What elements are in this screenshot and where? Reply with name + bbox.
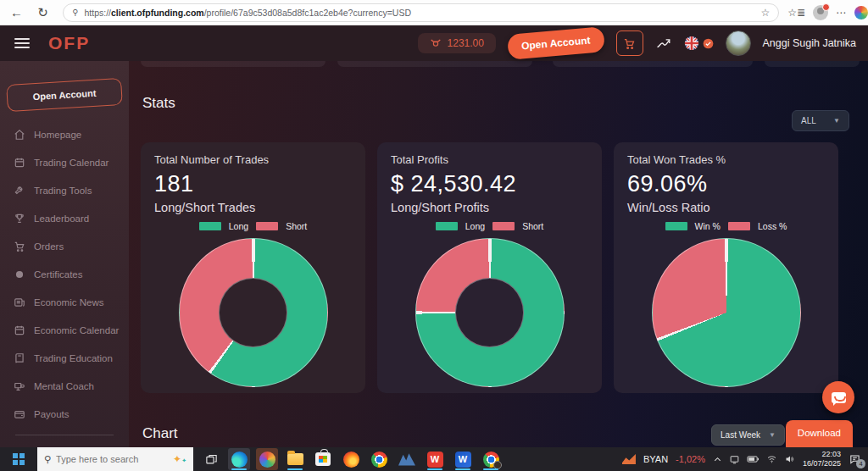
long-short-profits-donut-chart — [415, 238, 565, 387]
app-header: OFP 1231.00 Open Account Anggi Sugih Jat… — [0, 25, 868, 61]
taskbar-chrome-button[interactable] — [368, 448, 390, 470]
verified-check-icon — [703, 38, 714, 49]
stock-widget-icon[interactable] — [622, 454, 636, 464]
search-icon: ⚲ — [44, 454, 51, 465]
folder-icon — [287, 453, 303, 465]
chevron-down-icon: ▼ — [769, 431, 776, 439]
sidebar-item-economic-calendar[interactable]: Economic Calendar — [14, 316, 129, 344]
sidebar-item-mental-coach[interactable]: Mental Coach — [14, 372, 129, 400]
browser-actions: ☆≣ ⋯ — [787, 5, 868, 20]
legend-swatch-win — [665, 222, 687, 230]
coach-icon — [14, 380, 25, 392]
task-view-icon — [205, 453, 218, 466]
user-avatar[interactable] — [726, 30, 751, 56]
sidebar-item-trading-calendar[interactable]: Trading Calendar — [14, 148, 129, 176]
sidebar-item-certificates[interactable]: Certificates — [14, 260, 129, 288]
home-icon — [14, 129, 25, 141]
legend-swatch-loss — [728, 222, 750, 230]
chat-widget-button[interactable] — [822, 381, 854, 413]
windows-logo-icon — [13, 453, 25, 465]
edge-icon — [231, 452, 248, 468]
book-icon — [14, 352, 25, 364]
sidebar-item-leaderboard[interactable]: Leaderboard — [14, 204, 129, 232]
sidebar-item-trading-tools[interactable]: Trading Tools — [14, 176, 129, 204]
uk-flag-icon — [684, 36, 699, 51]
chart-legend: Long Short — [391, 221, 588, 231]
browser-menu-icon[interactable]: ⋯ — [836, 7, 847, 19]
search-input[interactable] — [56, 454, 145, 464]
profile-badge — [493, 461, 502, 469]
reload-icon[interactable]: ↻ — [33, 2, 53, 24]
card-subtitle: Long/Short Profits — [391, 201, 588, 214]
chart-range-dropdown[interactable]: Last Week ▼ — [711, 424, 785, 446]
chart-legend: Long Short — [154, 221, 352, 231]
calendar-icon — [14, 324, 25, 336]
user-name[interactable]: Anggi Sugih Jatnika — [763, 37, 857, 49]
taskbar-edge-button[interactable] — [228, 448, 250, 470]
download-button[interactable]: Download — [786, 420, 853, 447]
browser-toolbar: ← ↻ ⚲ https://client.ofpfunding.com/prof… — [0, 0, 868, 25]
card-title: Total Number of Trades — [154, 153, 352, 166]
wifi-icon[interactable] — [766, 454, 777, 464]
sidebar-item-homepage[interactable]: Homepage — [14, 120, 129, 148]
store-icon — [315, 452, 331, 466]
language-selector[interactable] — [684, 36, 714, 51]
taskbar-trading-app-button[interactable] — [396, 448, 418, 470]
sidebar-item-trading-education[interactable]: Trading Education — [14, 344, 129, 372]
trending-button[interactable] — [655, 36, 672, 51]
pc-status-icon[interactable] — [729, 454, 740, 465]
word-icon: W — [455, 452, 471, 468]
bull-icon — [430, 37, 442, 49]
windows-taskbar: ⚲ ✦✦ W W BYAN -1,02% — [0, 447, 868, 471]
collections-icon[interactable]: ☆≣ — [787, 7, 805, 19]
taskbar-explorer-button[interactable] — [284, 448, 306, 470]
hamburger-menu-icon[interactable] — [14, 36, 30, 51]
ticker-change[interactable]: -1,02% — [676, 454, 705, 464]
firefox-icon — [343, 452, 359, 468]
browser-profile-avatar[interactable] — [813, 5, 828, 20]
legend-swatch-short — [492, 222, 515, 230]
scrolled-card-edge — [765, 61, 860, 67]
taskbar-store-button[interactable] — [312, 448, 334, 470]
wps-icon: W — [427, 452, 443, 468]
sidebar-item-economic-news[interactable]: Economic News — [14, 288, 129, 316]
stats-section-title: Stats — [142, 95, 175, 112]
copilot-icon — [259, 452, 275, 468]
sidebar-item-payouts[interactable]: Payouts — [14, 400, 129, 428]
battery-icon[interactable] — [747, 454, 760, 464]
start-button[interactable] — [0, 447, 37, 471]
balance-badge[interactable]: 1231.00 — [418, 33, 496, 53]
taskbar-firefox-button[interactable] — [340, 448, 362, 470]
clock[interactable]: 22:03 16/07/2025 — [803, 450, 841, 468]
bookmark-star-icon[interactable]: ☆ — [760, 7, 770, 19]
back-icon[interactable]: ← — [7, 2, 26, 24]
main-content: Stats ALL ▼ Total Number of Trades 181 L… — [129, 61, 868, 447]
taskbar-chrome-profile-button[interactable] — [480, 448, 502, 470]
chart-legend: Win % Loss % — [627, 221, 825, 231]
open-account-button[interactable]: Open Account — [507, 26, 605, 60]
news-icon — [14, 296, 25, 308]
copilot-icon[interactable] — [854, 6, 868, 19]
tray-expand-icon[interactable] — [713, 455, 722, 464]
address-bar[interactable]: ⚲ https://client.ofpfunding.com/profile/… — [63, 3, 779, 22]
trophy-icon — [14, 213, 25, 224]
mountain-app-icon — [398, 453, 415, 466]
notification-center-button[interactable]: 4 — [849, 453, 861, 465]
lock-icon: ⚲ — [72, 8, 78, 17]
volume-icon[interactable] — [784, 454, 795, 464]
sidebar-item-orders[interactable]: Orders — [14, 232, 129, 260]
legend-swatch-long — [199, 222, 221, 230]
stats-filter-dropdown[interactable]: ALL ▼ — [792, 110, 849, 131]
ticker-symbol[interactable]: BYAN — [643, 454, 668, 464]
sidebar-open-account-button[interactable]: Open Account — [6, 78, 123, 112]
task-view-button[interactable] — [200, 448, 222, 470]
chat-icon — [832, 392, 846, 403]
cart-button[interactable] — [616, 30, 643, 56]
taskbar-word-button[interactable]: W — [452, 448, 474, 470]
taskbar-wps-button[interactable]: W — [424, 448, 446, 470]
medal-icon — [14, 269, 25, 280]
taskbar-search[interactable]: ⚲ ✦✦ — [37, 447, 193, 471]
taskbar-copilot-button[interactable] — [256, 448, 278, 470]
wrench-icon — [14, 185, 25, 197]
card-value: 69.06% — [627, 171, 825, 197]
